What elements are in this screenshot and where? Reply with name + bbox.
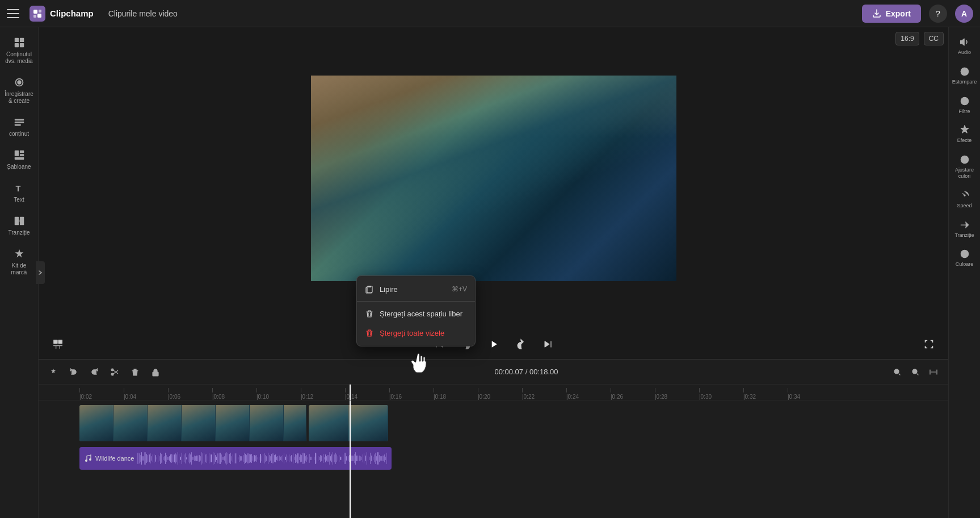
sidebar-item-text[interactable]: T Text [1,177,37,208]
nav-my-videos[interactable]: Clipurile mele video [108,9,178,18]
user-avatar[interactable]: A [955,5,973,23]
timeline-cut-button[interactable] [107,364,123,380]
video-thumb-9 [348,405,388,441]
rs-speed-label: Speed [957,203,971,209]
rs-item-tranzitie[interactable]: Tranziție [950,215,979,243]
timeline-ruler[interactable]: |0:02 |0:04 |0:06 |0:08 [39,385,948,400]
svg-text:T: T [15,184,20,193]
svg-point-25 [111,373,113,375]
timeline-time-display: 00:00.07 / 00:18.00 [168,367,885,376]
ctx-paste[interactable]: Lipire ⌘+V [357,279,475,299]
sidebar-item-record-label: Înregistrare & create [3,91,35,105]
sidebar-item-record[interactable]: Înregistrare & create [1,72,37,109]
video-frame [311,76,676,281]
zoom-in-button[interactable] [907,364,923,380]
app-title: Clipchamp [50,9,94,18]
svg-point-24 [111,369,113,371]
ruler-mark: |0:22 [522,388,566,400]
rs-tranzitie-label: Tranziție [954,232,974,239]
timeline-undo-button[interactable] [66,364,82,380]
rs-item-estompare[interactable]: Estompare [950,61,979,90]
trash-icon-2 [365,328,374,337]
svg-rect-19 [19,217,23,225]
rs-item-culoare[interactable]: Ajustare culori [950,149,979,184]
left-sidebar: Conținutul dvs. media Înregistrare & cre… [0,27,39,518]
svg-rect-2 [33,15,36,18]
sidebar-item-transitions[interactable]: Tranziție [1,210,37,241]
video-clip[interactable] [79,405,394,441]
timeline-redo-button[interactable] [86,364,102,380]
svg-rect-4 [14,38,18,42]
paste-icon [365,285,374,294]
help-button[interactable]: ? [929,5,947,23]
zoom-out-button[interactable] [889,364,905,380]
export-button[interactable]: Export [862,5,921,23]
rs-item-efecte[interactable]: Efecte [950,120,979,148]
app-logo: Clipchamp [30,6,94,22]
video-track-label [39,400,79,446]
svg-point-9 [17,80,21,84]
rs-item-filtre[interactable]: Filtre [950,91,979,119]
svg-rect-21 [58,340,62,344]
timeline-zoom-controls [889,364,941,380]
sidebar-item-brand[interactable]: Kit de marcă [1,243,37,281]
video-preview-area: 16:9 CC [39,27,948,329]
magic-cut-button[interactable] [48,334,68,354]
timeline-magic-button[interactable] [45,364,61,380]
sidebar-item-templates[interactable]: Șabloane [1,144,37,175]
video-thumb-1 [79,405,113,441]
svg-rect-37 [368,286,371,287]
fullscreen-button[interactable] [919,334,939,354]
rs-item-culoare2[interactable]: Culoare [950,244,979,272]
ruler-mark: |0:04 [124,388,168,400]
audio-clip-label: Wildlife dance [95,455,134,462]
svg-rect-16 [14,157,24,160]
svg-rect-26 [153,372,158,376]
audio-clip[interactable]: Wildlife dance [79,447,392,470]
svg-point-29 [85,459,87,462]
sidebar-item-media-label: Conținutul dvs. media [3,51,35,65]
ctx-delete-all[interactable]: Ștergeți toate vizele [357,323,475,342]
trash-icon-1 [365,309,374,318]
menu-button[interactable] [7,6,23,22]
sidebar-expand-button[interactable] [36,261,45,284]
video-thumb-5 [216,405,250,441]
svg-rect-0 [33,10,37,14]
video-thumb-4 [182,405,216,441]
svg-rect-20 [54,340,58,344]
playhead-line [350,400,351,518]
timeline-lock-button[interactable] [148,364,163,380]
sidebar-item-content[interactable]: conținut [1,111,37,142]
rs-item-audio[interactable]: Audio [950,32,979,60]
sidebar-item-brand-label: Kit de marcă [3,262,35,276]
captions-button[interactable]: CC [924,32,944,45]
svg-rect-5 [19,38,23,42]
video-thumb-3 [148,405,182,441]
ctx-paste-shortcut: ⌘+V [452,285,467,293]
ctx-delete-gap[interactable]: Ștergeți acest spațiu liber [357,304,475,323]
rs-item-speed[interactable]: Speed [950,185,979,214]
fit-timeline-button[interactable] [926,364,941,380]
forward-5s-button[interactable]: 5 [511,334,531,354]
svg-rect-1 [39,10,41,12]
forward-end-button[interactable] [538,334,558,354]
center-area: 16:9 CC 5 5 [39,27,948,518]
video-thumb-8 [309,405,348,441]
svg-rect-13 [14,151,18,156]
sidebar-item-transitions-label: Tranziție [9,229,30,236]
svg-rect-10 [14,119,24,121]
sidebar-item-media[interactable]: Conținutul dvs. media [1,32,37,69]
timeline-delete-button[interactable] [127,364,143,380]
ruler-mark: |0:14 [345,388,389,400]
ctx-delete-gap-label: Ștergeți acest spațiu liber [380,310,462,318]
aspect-ratio-button[interactable]: 16:9 [895,32,919,45]
sidebar-item-content-label: conținut [9,131,29,137]
ruler-mark: |0:26 [611,388,655,400]
play-pause-button[interactable] [483,334,504,354]
topbar: Clipchamp Clipurile mele video Export ? … [0,0,980,27]
sidebar-item-text-label: Text [14,197,24,203]
rs-efecte-label: Efecte [957,137,972,144]
rs-culoare2-label: Culoare [956,261,974,268]
ruler-mark: |0:32 [743,388,788,400]
video-clip-part2 [309,405,388,441]
